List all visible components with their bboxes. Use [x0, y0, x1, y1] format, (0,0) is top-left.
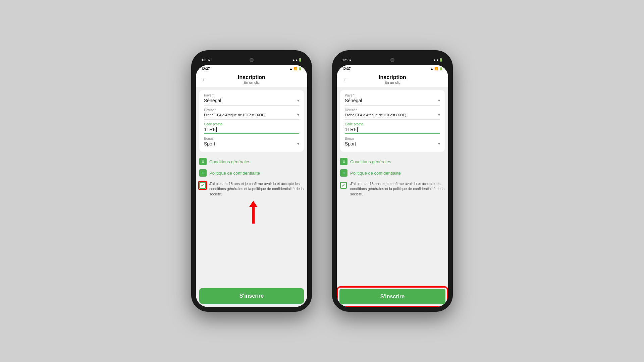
checkbox-wrapper-right: ✓ [340, 182, 347, 189]
politique-label-right: Politique de confidentialité [350, 171, 401, 176]
status-icons-right: ▲📶🔋 [430, 67, 443, 70]
agreement-checkbox-left[interactable]: ✓ [199, 182, 206, 189]
pays-value-left[interactable]: Sénégal [204, 98, 221, 103]
phone-left: 12:37 ▲▲🔋 12:37 ▲📶🔋 ← Inscription En un … [191, 50, 312, 312]
page-title-left: Inscription [238, 74, 265, 80]
arrow-stem-left [252, 207, 255, 224]
app-header-right: ← Inscription En un clic [337, 72, 448, 87]
register-button-left[interactable]: S'inscrire [199, 288, 304, 304]
politique-icon-right: ≡ [340, 169, 347, 177]
bonus-field-right: Bonus Sport ▾ [345, 137, 440, 148]
devise-chevron-left: ▾ [297, 113, 299, 117]
promo-value-right[interactable]: 1TRE| [345, 127, 440, 132]
politique-link-left[interactable]: ≡ Politique de confidentialité [199, 167, 304, 179]
notch-time-left: 12:37 [201, 58, 211, 62]
bonus-value-left[interactable]: Sport [204, 141, 215, 146]
phone-right: 12:37 ▲▲🔋 12:37 ▲📶🔋 ← Inscription En un … [332, 50, 453, 312]
links-section-right: ≡ Conditions générales ≡ Politique de co… [337, 155, 448, 180]
promo-label-left: Code promo [204, 122, 299, 126]
page-title-right: Inscription [379, 74, 406, 80]
pays-chevron-right: ▾ [438, 98, 440, 103]
pays-value-right[interactable]: Sénégal [345, 98, 362, 103]
promo-label-right: Code promo [345, 122, 440, 126]
checkmark-right: ✓ [341, 183, 345, 188]
politique-icon-left: ≡ [199, 169, 207, 177]
devise-value-left[interactable]: Franc CFA d'Afrique de l'Ouest (XOF) [204, 113, 265, 117]
status-time-right: 12:37 [342, 67, 351, 71]
politique-label-left: Politique de confidentialité [209, 171, 260, 176]
bonus-label-right: Bonus [345, 137, 440, 140]
agreement-checkbox-right[interactable]: ✓ [340, 182, 347, 189]
bonus-chevron-left: ▾ [297, 141, 299, 146]
register-button-right[interactable]: S'inscrire [339, 289, 445, 304]
conditions-icon-right: ≡ [340, 158, 347, 165]
pays-chevron-left: ▾ [297, 98, 299, 103]
conditions-link-right[interactable]: ≡ Conditions générales [340, 156, 445, 167]
register-btn-container-left: S'inscrire [196, 288, 307, 307]
devise-field-left: Devise * Franc CFA d'Afrique de l'Ouest … [204, 108, 299, 120]
form-area-left: Pays * Sénégal ▾ Devise * Franc CFA d'Af… [199, 90, 304, 152]
screen-left: 12:37 ▲📶🔋 ← Inscription En un clic Pays … [196, 65, 307, 307]
notch-camera-right [390, 58, 394, 62]
form-area-right: Pays * Sénégal ▾ Devise * Franc CFA d'Af… [340, 90, 445, 152]
bonus-chevron-right: ▾ [438, 141, 440, 146]
back-button-left[interactable]: ← [201, 76, 207, 83]
notch-icons-left: ▲▲🔋 [292, 58, 302, 62]
status-bar-left: 12:37 ▲📶🔋 [196, 65, 307, 72]
pays-label-right: Pays * [345, 94, 440, 97]
pays-field-left: Pays * Sénégal ▾ [204, 94, 299, 106]
checkmark-left: ✓ [201, 183, 205, 188]
back-button-right[interactable]: ← [342, 76, 348, 83]
notch-time-right: 12:37 [342, 58, 352, 62]
politique-link-right[interactable]: ≡ Politique de confidentialité [340, 167, 445, 179]
bonus-value-right[interactable]: Sport [345, 141, 356, 146]
page-container: 12:37 ▲▲🔋 12:37 ▲📶🔋 ← Inscription En un … [0, 0, 644, 362]
agreement-section-left: ✓ J'ai plus de 18 ans et je confirme avo… [196, 180, 307, 198]
promo-field-right: Code promo 1TRE| [345, 122, 440, 134]
status-icons-left: ▲📶🔋 [289, 67, 302, 70]
checkbox-wrapper-left: ✓ [199, 182, 206, 189]
agreement-text-right: J'ai plus de 18 ans et je confirme avoir… [350, 181, 445, 197]
devise-value-right[interactable]: Franc CFA d'Afrique de l'Ouest (XOF) [345, 113, 406, 117]
bonus-field-left: Bonus Sport ▾ [204, 137, 299, 148]
pays-field-right: Pays * Sénégal ▾ [345, 94, 440, 106]
status-bar-right: 12:37 ▲📶🔋 [337, 65, 448, 72]
pays-label-left: Pays * [204, 94, 299, 97]
register-btn-container-right: S'inscrire [337, 286, 448, 307]
agreement-text-left: J'ai plus de 18 ans et je confirme avoir… [209, 181, 304, 197]
devise-label-right: Devise * [345, 108, 440, 112]
conditions-icon-left: ≡ [199, 158, 207, 165]
page-subtitle-left: En un clic [244, 80, 260, 84]
screen-right: 12:37 ▲📶🔋 ← Inscription En un clic Pays … [337, 65, 448, 307]
promo-value-left[interactable]: 1TRE| [204, 127, 299, 132]
phone-notch-right: 12:37 ▲▲🔋 [337, 55, 448, 65]
conditions-label-left: Conditions générales [209, 159, 250, 164]
page-subtitle-right: En un clic [384, 80, 400, 84]
conditions-label-right: Conditions générales [350, 159, 391, 164]
phone-notch-left: 12:37 ▲▲🔋 [196, 55, 307, 65]
arrow-head-left [249, 201, 257, 207]
conditions-link-left[interactable]: ≡ Conditions générales [199, 156, 304, 167]
links-section-left: ≡ Conditions générales ≡ Politique de co… [196, 155, 307, 180]
app-header-left: ← Inscription En un clic [196, 72, 307, 87]
status-time-left: 12:37 [201, 67, 210, 71]
devise-chevron-right: ▾ [438, 113, 440, 117]
agreement-section-right: ✓ J'ai plus de 18 ans et je confirme avo… [337, 180, 448, 198]
notch-icons-right: ▲▲🔋 [433, 58, 443, 62]
devise-label-left: Devise * [204, 108, 299, 112]
devise-field-right: Devise * Franc CFA d'Afrique de l'Ouest … [345, 108, 440, 120]
bonus-label-left: Bonus [204, 137, 299, 140]
promo-field-left: Code promo 1TRE| [204, 122, 299, 134]
red-arrow-left [196, 198, 307, 225]
notch-camera-left [250, 58, 254, 62]
